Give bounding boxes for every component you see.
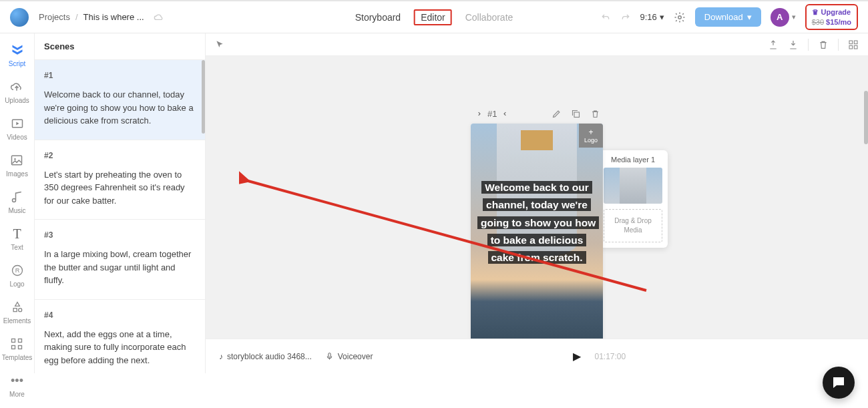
- scene-badge: #1: [487, 109, 497, 119]
- scene-card-wrap: ⌃ #1 ⌃ Logo Welcome back to our channel,…: [471, 104, 603, 373]
- scene-item[interactable]: #4 Next, add the eggs one at a time, mak…: [35, 300, 205, 374]
- prev-scene-chevron-icon[interactable]: ⌃: [472, 110, 482, 118]
- upgrade-old-price: $30: [812, 18, 824, 26]
- tab-editor[interactable]: Editor: [414, 9, 452, 25]
- rail-logo[interactable]: R Logo: [9, 263, 24, 288]
- media-layer-popover: Media layer 1 Drag & Drop Media: [598, 150, 668, 248]
- scene-text: Welcome back to our channel, today we're…: [44, 88, 196, 128]
- next-scene-chevron-icon[interactable]: ⌃: [502, 110, 512, 118]
- scrollbar[interactable]: [864, 91, 868, 144]
- chat-bubble-icon: [831, 375, 847, 391]
- rail-uploads[interactable]: Uploads: [5, 79, 29, 104]
- svg-rect-9: [19, 346, 22, 349]
- chevron-down-icon: ▾: [747, 12, 752, 22]
- aspect-ratio-selector[interactable]: 9:16 ▾: [640, 12, 664, 22]
- rail-images[interactable]: Images: [6, 153, 28, 178]
- svg-text:R: R: [15, 267, 19, 274]
- add-logo-badge[interactable]: Logo: [579, 124, 603, 148]
- rail-templates-label: Templates: [2, 354, 33, 361]
- crown-icon: ♛: [812, 8, 819, 16]
- undo-icon[interactable]: [600, 12, 611, 23]
- chat-fab[interactable]: [823, 367, 855, 399]
- rail-more[interactable]: ••• More: [9, 373, 25, 398]
- global-time: 01:17:00: [594, 352, 626, 361]
- tab-storyboard[interactable]: Storyboard: [354, 9, 402, 25]
- pointer-icon[interactable]: [215, 40, 224, 49]
- rail-templates[interactable]: Templates: [2, 337, 33, 361]
- image-icon: [9, 153, 24, 168]
- svg-rect-11: [854, 41, 857, 44]
- rail-logo-label: Logo: [9, 280, 24, 288]
- global-timeline-bar: ♪ storyblock audio 3468... Voiceover ▶ 0…: [206, 339, 868, 373]
- user-menu[interactable]: A ▾: [771, 8, 796, 27]
- scene-text: Next, add the eggs one at a time, making…: [44, 328, 196, 367]
- script-icon: [10, 43, 25, 57]
- rail-script-label: Script: [9, 60, 26, 67]
- voiceover-chip[interactable]: Voiceover: [325, 352, 373, 361]
- svg-rect-10: [849, 41, 853, 44]
- upgrade-button[interactable]: ♛ Upgrade $30 $15/mo: [805, 4, 858, 30]
- top-tabs: Storyboard Editor Collaborate: [354, 9, 515, 25]
- tool-rail: Script Uploads Videos Images Music T Tex…: [0, 33, 35, 373]
- media-drop-zone[interactable]: Drag & Drop Media: [604, 209, 662, 242]
- upgrade-new-price: $15/mo: [826, 18, 851, 26]
- scrollbar[interactable]: [202, 60, 205, 134]
- scenes-list[interactable]: #1 Welcome back to our channel, today we…: [35, 60, 205, 373]
- media-layer-title: Media layer 1: [604, 156, 662, 164]
- rail-uploads-label: Uploads: [5, 97, 29, 104]
- grid-view-icon[interactable]: [848, 39, 859, 50]
- svg-rect-13: [854, 45, 857, 49]
- edit-pencil-icon[interactable]: [552, 109, 562, 119]
- breadcrumb-title[interactable]: This is where ...: [83, 12, 144, 22]
- trash-icon[interactable]: [590, 109, 600, 119]
- copy-icon[interactable]: [571, 109, 581, 119]
- breadcrumb-separator: /: [75, 12, 78, 22]
- svg-rect-16: [329, 353, 331, 358]
- global-play-icon[interactable]: ▶: [573, 350, 581, 363]
- caption-text: Welcome back to our channel, today we're…: [477, 181, 599, 264]
- more-dots-icon: •••: [9, 373, 24, 388]
- scenes-panel: Scenes #1 Welcome back to our channel, t…: [35, 33, 206, 373]
- separator: [808, 39, 809, 51]
- scene-item[interactable]: #3 In a large mixing bowl, cream togethe…: [35, 220, 205, 300]
- music-note-icon: [10, 190, 25, 204]
- chevron-down-icon: ▾: [792, 13, 796, 21]
- scene-text: In a large mixing bowl, cream together t…: [44, 248, 196, 287]
- scene-item[interactable]: #1 Welcome back to our channel, today we…: [35, 60, 205, 140]
- svg-rect-7: [19, 339, 22, 343]
- rail-elements[interactable]: Elements: [3, 300, 31, 325]
- svg-point-3: [15, 158, 17, 160]
- trash-icon[interactable]: [818, 39, 829, 50]
- audio-track-chip[interactable]: ♪ storyblock audio 3468...: [219, 352, 312, 361]
- voiceover-label: Voiceover: [338, 352, 373, 361]
- rail-script[interactable]: Script: [9, 43, 26, 67]
- scene-preview[interactable]: Logo Welcome back to our channel, today …: [471, 124, 603, 341]
- canvas-area: Media layer 1 Drag & Drop Media ⌃ #1 ⌃: [206, 33, 868, 373]
- scene-caption[interactable]: Welcome back to our channel, today we're…: [477, 179, 596, 267]
- cloud-sync-icon: [154, 13, 164, 21]
- media-layer-thumb[interactable]: [604, 168, 662, 204]
- tab-collaborate[interactable]: Collaborate: [464, 9, 515, 25]
- breadcrumb-projects[interactable]: Projects: [39, 12, 70, 22]
- scene-item[interactable]: #2 Let's start by preheating the oven to…: [35, 140, 205, 220]
- main-layout: Script Uploads Videos Images Music T Tex…: [0, 33, 868, 373]
- separator: [838, 39, 839, 51]
- export-down-icon[interactable]: [788, 39, 799, 50]
- app-logo[interactable]: [10, 8, 29, 27]
- download-button[interactable]: Download ▾: [695, 7, 761, 27]
- scene-text: Let's start by preheating the oven to 35…: [44, 168, 196, 208]
- rail-videos[interactable]: Videos: [7, 116, 27, 141]
- rail-music[interactable]: Music: [8, 190, 25, 214]
- header-actions: 9:16 ▾ Download ▾ A ▾ ♛ Upgrade $30 $15/…: [600, 4, 858, 30]
- download-label: Download: [704, 12, 743, 22]
- export-up-icon[interactable]: [768, 39, 779, 50]
- scene-preview-card: Logo Welcome back to our channel, today …: [471, 124, 603, 373]
- svg-point-0: [678, 15, 682, 19]
- chevron-down-icon: ▾: [660, 12, 664, 22]
- svg-rect-8: [12, 346, 15, 349]
- scene-number: #1: [44, 69, 196, 81]
- rail-text[interactable]: T Text: [10, 226, 25, 251]
- settings-gear-icon[interactable]: [674, 11, 686, 23]
- redo-icon[interactable]: [620, 12, 631, 23]
- aspect-ratio-label: 9:16: [640, 12, 657, 22]
